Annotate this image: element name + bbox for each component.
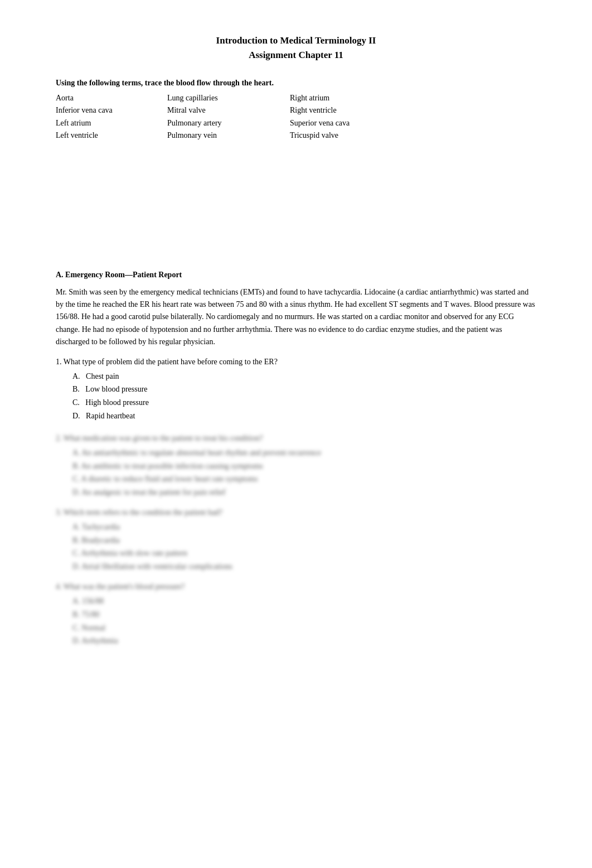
term-pulmonary-artery: Pulmonary artery <box>167 117 290 129</box>
term-aorta: Aorta <box>56 92 167 104</box>
question-2-blurred: 2. What medication was given to the pati… <box>56 434 536 499</box>
answer-3d: D. Atrial fibrillation with ventricular … <box>72 560 536 573</box>
section-a-paragraph: Mr. Smith was seen by the emergency medi… <box>56 286 536 349</box>
answer-3b: B. Bradycardia <box>72 534 536 547</box>
answer-1c: C. High blood pressure <box>72 396 536 409</box>
answer-3a: A. Tachycardia <box>72 520 536 534</box>
title-line1: Introduction to Medical Terminology II <box>56 33 536 48</box>
answer-1a: A. Chest pain <box>72 370 536 383</box>
term-col3: Right atrium Right ventricle Superior ve… <box>290 92 413 142</box>
term-col2: Lung capillaries Mitral valve Pulmonary … <box>167 92 290 142</box>
question-4-text: 4. What was the patient's blood pressure… <box>56 582 536 591</box>
answer-1d: D. Rapid heartbeat <box>72 409 536 423</box>
term-inferior-vena-cava: Inferior vena cava <box>56 104 167 117</box>
terms-grid: Aorta Inferior vena cava Left atrium Lef… <box>56 92 536 142</box>
blood-flow-instruction: Using the following terms, trace the blo… <box>56 79 536 88</box>
term-col1: Aorta Inferior vena cava Left atrium Lef… <box>56 92 167 142</box>
term-left-ventricle: Left ventricle <box>56 129 167 142</box>
question-2-text: 2. What medication was given to the pati… <box>56 434 536 443</box>
term-left-atrium: Left atrium <box>56 117 167 129</box>
title-line2: Assignment Chapter 11 <box>56 48 536 62</box>
question-3-blurred: 3. Which term refers to the condition th… <box>56 508 536 573</box>
page: Introduction to Medical Terminology II A… <box>0 0 592 868</box>
answer-1b: B. Low blood pressure <box>72 383 536 396</box>
question-2-answers: A. An antiarrhythmic to regulate abnorma… <box>56 446 536 499</box>
term-pulmonary-vein: Pulmonary vein <box>167 129 290 142</box>
term-mitral-valve: Mitral valve <box>167 104 290 117</box>
question-1: 1. What type of problem did the patient … <box>56 358 536 423</box>
answer-4c: C. Normal <box>72 621 536 635</box>
section-a-heading: A. Emergency Room—Patient Report <box>56 271 536 279</box>
section-a: A. Emergency Room—Patient Report Mr. Smi… <box>56 271 536 648</box>
question-3-answers: A. Tachycardia B. Bradycardia C. Arrhyth… <box>56 520 536 573</box>
answer-3c: C. Arrhythmia with slow rate pattern <box>72 547 536 560</box>
question-1-answers: A. Chest pain B. Low blood pressure C. H… <box>56 370 536 423</box>
term-superior-vena-cava: Superior vena cava <box>290 117 413 129</box>
page-header: Introduction to Medical Terminology II A… <box>56 33 536 62</box>
answer-2b: B. An antibiotic to treat possible infec… <box>72 460 536 473</box>
page-title: Introduction to Medical Terminology II A… <box>56 33 536 62</box>
question-3-text: 3. Which term refers to the condition th… <box>56 508 536 517</box>
question-4-answers: A. 156/88 B. 75/80 C. Normal D. Arrhythm… <box>56 595 536 648</box>
answer-space <box>56 148 536 259</box>
term-right-ventricle: Right ventricle <box>290 104 413 117</box>
answer-4a: A. 156/88 <box>72 595 536 608</box>
term-lung-capillaries: Lung capillaries <box>167 92 290 104</box>
term-right-atrium: Right atrium <box>290 92 413 104</box>
term-tricuspid-valve: Tricuspid valve <box>290 129 413 142</box>
answer-2c: C. A diuretic to reduce fluid and lower … <box>72 472 536 486</box>
question-1-text: 1. What type of problem did the patient … <box>56 358 536 367</box>
answer-2d: D. An analgesic to treat the patient for… <box>72 486 536 499</box>
answer-4d: D. Arrhythmia <box>72 634 536 648</box>
answer-4b: B. 75/80 <box>72 608 536 621</box>
question-4-blurred: 4. What was the patient's blood pressure… <box>56 582 536 648</box>
blood-flow-section: Using the following terms, trace the blo… <box>56 79 536 142</box>
answer-2a: A. An antiarrhythmic to regulate abnorma… <box>72 446 536 460</box>
